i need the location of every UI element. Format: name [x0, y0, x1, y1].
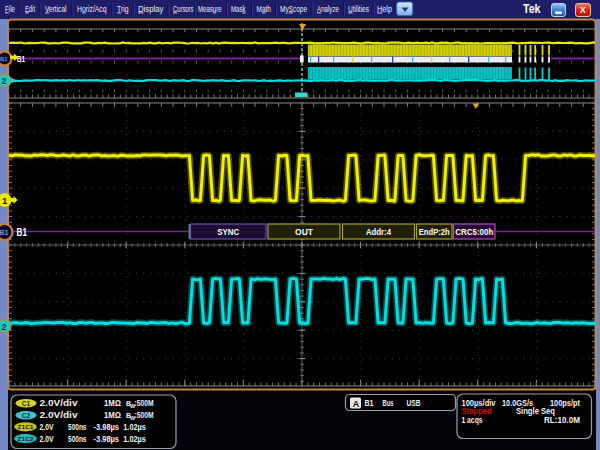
svg-text:X: X [580, 5, 586, 15]
svg-text:Utilities: Utilities [348, 4, 369, 14]
svg-text:Vertical: Vertical [45, 4, 67, 14]
svg-text:Z1C1: Z1C1 [18, 424, 35, 430]
svg-text:Cursors: Cursors [173, 4, 194, 14]
svg-text:A: A [353, 399, 360, 409]
svg-text:RL:10.0M: RL:10.0M [544, 415, 580, 425]
svg-text:500ns: 500ns [68, 422, 87, 432]
svg-text:Bus: Bus [383, 398, 394, 408]
svg-text:2: 2 [2, 76, 7, 86]
svg-text:OUT: OUT [295, 226, 313, 237]
svg-text::500M: :500M [135, 398, 154, 408]
svg-text:1MΩ: 1MΩ [104, 410, 121, 420]
svg-text:B1: B1 [17, 227, 28, 238]
svg-text:Measure: Measure [198, 4, 222, 14]
svg-text:File: File [5, 4, 15, 14]
svg-text:-3.98µs: -3.98µs [94, 434, 120, 444]
svg-text:Z1C2: Z1C2 [18, 436, 35, 442]
svg-text:2.0V: 2.0V [40, 422, 54, 432]
svg-text:2.0V/div: 2.0V/div [40, 398, 78, 408]
svg-text:Help: Help [377, 4, 392, 14]
svg-text:B1: B1 [365, 398, 374, 408]
svg-text:USB: USB [407, 398, 421, 408]
svg-text:Mask: Mask [231, 4, 246, 14]
svg-text:1.02µs: 1.02µs [123, 422, 146, 432]
svg-text:Trig: Trig [117, 4, 129, 14]
svg-text:CRC5:00h: CRC5:00h [455, 226, 493, 237]
svg-text:C1: C1 [22, 400, 31, 407]
svg-text:1: 1 [2, 195, 8, 206]
svg-text:1MΩ: 1MΩ [104, 398, 121, 408]
svg-text:1.02µs: 1.02µs [123, 434, 146, 444]
svg-text:Edit: Edit [25, 4, 35, 14]
svg-text:B1: B1 [17, 54, 25, 64]
svg-text::500M: :500M [135, 410, 154, 420]
svg-text:Analyze: Analyze [317, 4, 339, 14]
svg-text:Horiz/Acq: Horiz/Acq [77, 4, 107, 14]
svg-text:-3.98µs: -3.98µs [94, 422, 120, 432]
svg-text:2.0V/div: 2.0V/div [40, 410, 78, 420]
svg-text:B1: B1 [0, 229, 9, 236]
svg-text:1 acqs: 1 acqs [462, 415, 483, 425]
svg-text:Tek: Tek [523, 2, 541, 16]
svg-text:500ns: 500ns [68, 434, 87, 444]
svg-text:2.0V: 2.0V [40, 434, 54, 444]
svg-text:MyScope: MyScope [280, 4, 307, 14]
svg-text:Addr:4: Addr:4 [366, 226, 392, 237]
svg-text:SYNC: SYNC [217, 226, 239, 237]
svg-text:2: 2 [2, 322, 7, 332]
svg-text:C2: C2 [22, 412, 31, 419]
svg-text:B1: B1 [0, 56, 8, 62]
svg-text:Math: Math [257, 4, 272, 14]
svg-text:EndP:2h: EndP:2h [419, 226, 450, 237]
svg-text:Display: Display [138, 4, 164, 14]
